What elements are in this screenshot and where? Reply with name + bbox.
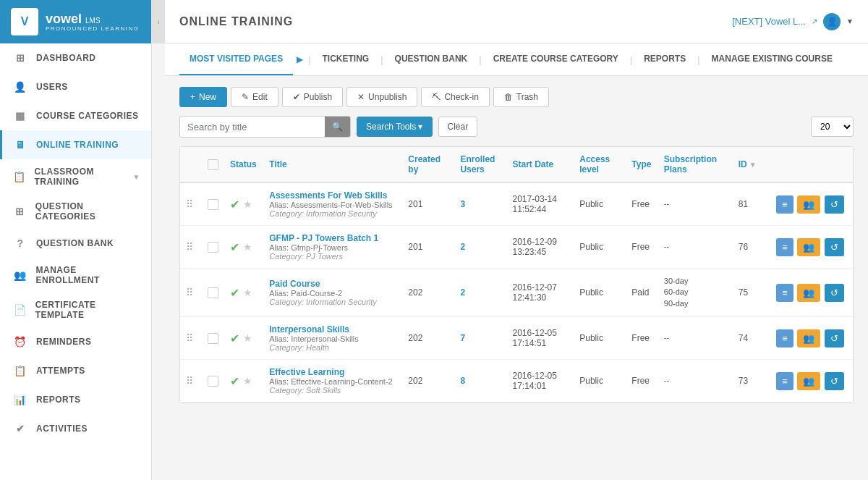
publish-button[interactable]: ✔ Publish [282, 87, 343, 107]
th-status[interactable]: Status [224, 147, 263, 182]
drag-handle[interactable]: ⠿ [180, 226, 202, 269]
action-list-button[interactable]: ≡ [776, 238, 793, 256]
course-title-link[interactable]: Effective Learning [269, 367, 344, 377]
sidebar-item-classroom-training[interactable]: 📋 CLASSROOM TRAINING ▼ [0, 159, 151, 194]
checkin-button[interactable]: ⛏ Check-in [421, 87, 489, 107]
tab-reports[interactable]: REPORTS [634, 43, 696, 75]
edit-button[interactable]: ✎ Edit [231, 87, 278, 107]
sidebar-item-reports[interactable]: 📊 REPORTS [0, 385, 151, 414]
status-star-icon[interactable]: ★ [243, 332, 252, 344]
sidebar-item-question-bank[interactable]: ? QUESTION BANK [0, 229, 151, 258]
action-list-button[interactable]: ≡ [776, 284, 793, 302]
search-input[interactable] [180, 117, 325, 137]
trash-button[interactable]: 🗑 Trash [493, 87, 549, 107]
sidebar-item-attempts[interactable]: 📋 ATTEMPTS [0, 356, 151, 385]
status-star-icon[interactable]: ★ [243, 198, 252, 210]
sidebar-item-question-categories[interactable]: ⊞ QUESTION CATEGORIES [0, 194, 151, 229]
action-users-button[interactable]: 👥 [797, 329, 820, 348]
action-users-button[interactable]: 👥 [797, 372, 820, 390]
online-training-icon: 🖥 [13, 138, 27, 152]
row-start-date: 2017-03-1411:52:44 [507, 182, 574, 226]
course-title-link[interactable]: Interpersonal Skills [269, 324, 349, 334]
action-users-button[interactable]: 👥 [797, 238, 820, 256]
course-title-link[interactable]: Paid Course [269, 279, 320, 289]
sidebar-item-online-training[interactable]: 🖥 ONLINE TRAINING [0, 130, 151, 159]
row-status: ✔ ★ [224, 226, 263, 269]
action-refresh-button[interactable]: ↺ [825, 372, 844, 390]
action-list-button[interactable]: ≡ [776, 329, 793, 348]
action-users-button[interactable]: 👥 [797, 195, 820, 214]
row-checkbox[interactable] [208, 287, 218, 298]
enrolled-link[interactable]: 8 [460, 376, 465, 386]
row-checkbox[interactable] [208, 333, 218, 344]
row-type: Free [626, 182, 658, 226]
select-all-checkbox[interactable] [208, 159, 218, 170]
action-refresh-button[interactable]: ↺ [825, 238, 844, 256]
sidebar-item-label: QUESTION BANK [36, 238, 114, 248]
action-users-button[interactable]: 👥 [797, 284, 820, 302]
th-subscription-plans[interactable]: SubscriptionPlans [658, 147, 733, 182]
status-star-icon[interactable]: ★ [243, 375, 252, 387]
drag-handle[interactable]: ⠿ [180, 182, 202, 226]
status-star-icon[interactable]: ★ [243, 241, 252, 253]
unpublish-button[interactable]: ✕ Unpublish [346, 87, 417, 107]
row-access-level: Public [574, 317, 626, 360]
th-enrolled-users[interactable]: EnrolledUsers [454, 147, 506, 182]
action-list-button[interactable]: ≡ [776, 372, 793, 390]
dashboard-icon: ⊞ [13, 51, 27, 65]
sidebar-item-manage-enrollment[interactable]: 👥 MANAGE ENROLLMENT [0, 258, 151, 292]
drag-handle[interactable]: ⠿ [180, 360, 202, 403]
status-published-icon: ✔ [230, 332, 239, 345]
clear-button[interactable]: Clear [438, 117, 478, 137]
sidebar-item-users[interactable]: 👤 USERS [0, 72, 151, 101]
new-button[interactable]: + New [179, 87, 227, 107]
action-refresh-button[interactable]: ↺ [825, 284, 844, 302]
sidebar-item-certificate-template[interactable]: 📄 CERTIFICATE TEMPLATE [0, 292, 151, 327]
th-access-level[interactable]: Accesslevel [574, 147, 626, 182]
tab-create-course-category[interactable]: CREATE COURSE CATEGORY [483, 43, 629, 75]
tab-manage-existing-course[interactable]: MANAGE EXISTING COURSE [702, 43, 843, 75]
main-content: ONLINE TRAINING [NEXT] Vowel L... ↗ 👤 ▼ … [165, 0, 868, 480]
sidebar-item-dashboard[interactable]: ⊞ DASHBOARD [0, 43, 151, 72]
action-refresh-button[interactable]: ↺ [825, 329, 844, 348]
course-title-link[interactable]: Assessments For Web Skills [269, 190, 387, 201]
th-title[interactable]: Title [263, 147, 402, 182]
table-row: ⠿ ✔ ★ Assessments For Web Skills Alias: … [180, 182, 853, 226]
sidebar-nav: ⊞ DASHBOARD 👤 USERS ▦ COURSE CATEGORIES … [0, 43, 151, 480]
status-star-icon[interactable]: ★ [243, 287, 252, 298]
enrolled-link[interactable]: 3 [460, 199, 465, 209]
row-created-by: 201 [402, 182, 454, 226]
tab-ticketing[interactable]: TICKETING [312, 43, 380, 75]
search-submit-button[interactable]: 🔍 [325, 117, 350, 137]
trash-icon: 🗑 [504, 92, 513, 102]
enrolled-link[interactable]: 7 [460, 333, 465, 343]
row-checkbox[interactable] [208, 376, 218, 387]
tab-most-visited[interactable]: MOST VISITED PAGES [179, 43, 293, 75]
th-id[interactable]: ID ▼ [733, 147, 770, 182]
action-list-button[interactable]: ≡ [776, 195, 793, 214]
row-subscription-plans: -- [658, 226, 733, 269]
per-page-select[interactable]: 5 10 15 20 25 30 50 100 All [811, 117, 854, 137]
sort-icon: ▼ [749, 161, 757, 169]
search-tools-button[interactable]: Search Tools ▾ [357, 117, 433, 137]
logo-text: vowel LMS PRONOUNCED LEARNING [46, 12, 139, 32]
tab-question-bank[interactable]: QUESTION BANK [385, 43, 478, 75]
sidebar-item-course-categories[interactable]: ▦ COURSE CATEGORIES [0, 101, 151, 130]
enrolled-link[interactable]: 2 [460, 287, 465, 298]
sidebar-item-reminders[interactable]: ⏰ REMINDERS [0, 327, 151, 356]
th-start-date[interactable]: Start Date [507, 147, 574, 182]
th-created-by[interactable]: Createdby [402, 147, 454, 182]
drag-handle[interactable]: ⠿ [180, 269, 202, 317]
th-type[interactable]: Type [626, 147, 658, 182]
action-refresh-button[interactable]: ↺ [825, 195, 844, 214]
drag-handle[interactable]: ⠿ [180, 317, 202, 360]
row-checkbox[interactable] [208, 199, 218, 210]
search-input-wrap: 🔍 [179, 116, 351, 138]
row-checkbox[interactable] [208, 242, 218, 253]
header-right[interactable]: [NEXT] Vowel L... ↗ 👤 ▼ [732, 13, 854, 30]
sidebar-toggle[interactable]: ‹ [152, 0, 165, 43]
row-id: 73 [733, 360, 770, 403]
enrolled-link[interactable]: 2 [460, 242, 465, 252]
course-title-link[interactable]: GFMP - PJ Towers Batch 1 [269, 233, 378, 243]
sidebar-item-activities[interactable]: ✔ ACTIVITIES [0, 414, 151, 443]
